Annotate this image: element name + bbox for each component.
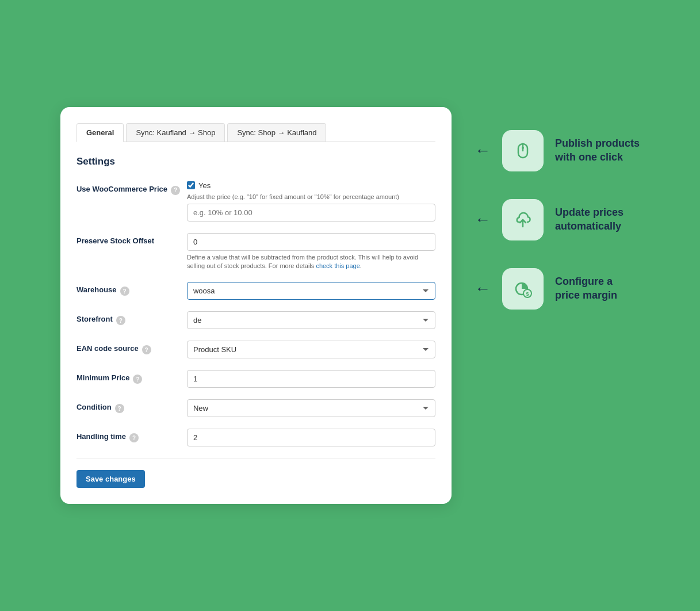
help-icon-warehouse[interactable]: ? xyxy=(120,287,129,296)
save-changes-button[interactable]: Save changes xyxy=(76,470,145,488)
label-handling-time: Handling time ? xyxy=(76,429,180,442)
feature-publish: ← Publish productswith one click xyxy=(475,130,640,171)
field-handling-time: Handling time ? xyxy=(76,429,435,446)
input-minimum-price[interactable] xyxy=(187,370,435,388)
help-icon-minimum-price[interactable]: ? xyxy=(133,375,142,384)
price-hint: Adjust the price (e.g. "10" for fixed am… xyxy=(187,193,435,200)
hint-preserve-stock-offset: Define a value that will be subtracted f… xyxy=(187,253,435,271)
label-warehouse: Warehouse ? xyxy=(76,282,180,296)
select-condition[interactable]: New xyxy=(187,399,435,417)
help-icon-handling-time[interactable]: ? xyxy=(129,433,139,442)
field-preserve-stock-offset: Preserve Stock Offset Define a value tha… xyxy=(76,233,435,271)
label-ean-code-source: EAN code source ? xyxy=(76,341,180,354)
control-condition: New xyxy=(187,399,435,417)
control-minimum-price xyxy=(187,370,435,388)
help-icon-storefront[interactable]: ? xyxy=(116,316,125,325)
feature-icon-box-price-margin: $ xyxy=(502,268,544,310)
tab-general[interactable]: General xyxy=(76,123,124,142)
select-storefront[interactable]: de xyxy=(187,311,435,329)
select-ean-code-source[interactable]: Product SKU xyxy=(187,341,435,358)
control-ean-code-source: Product SKU xyxy=(187,341,435,358)
select-warehouse[interactable]: woosa xyxy=(187,282,435,300)
arrow-left-price-margin: ← xyxy=(475,280,491,298)
help-icon-condition[interactable]: ? xyxy=(115,404,124,413)
checkbox-row-yes: Yes xyxy=(187,181,435,190)
mouse-icon xyxy=(512,140,533,161)
feature-text-update-prices: Update pricesautomatically xyxy=(555,206,624,233)
feature-price-margin: ← $ Configure aprice margin xyxy=(475,268,640,310)
input-price-adjustment[interactable] xyxy=(187,204,435,222)
tab-kaufland-to-shop[interactable]: Sync: Kaufland → Shop xyxy=(126,123,225,142)
label-minimum-price: Minimum Price ? xyxy=(76,370,180,384)
label-preserve-stock-offset: Preserve Stock Offset xyxy=(76,233,180,245)
svg-point-2 xyxy=(522,147,524,149)
label-storefront: Storefront ? xyxy=(76,311,180,325)
control-preserve-stock-offset: Define a value that will be subtracted f… xyxy=(187,233,435,271)
tab-shop-to-kaufland[interactable]: Sync: Shop → Kaufland xyxy=(227,123,326,142)
link-check-this-page[interactable]: check this page xyxy=(316,262,359,269)
upload-cloud-icon xyxy=(512,209,533,230)
feature-icon-box-publish xyxy=(502,130,544,171)
arrow-left-publish: ← xyxy=(475,142,491,160)
label-condition: Condition ? xyxy=(76,399,180,413)
field-storefront: Storefront ? de xyxy=(76,311,435,329)
feature-icon-box-update-prices xyxy=(502,199,544,240)
control-storefront: de xyxy=(187,311,435,329)
svg-text:$: $ xyxy=(526,291,529,297)
checkbox-yes[interactable] xyxy=(187,181,195,189)
input-preserve-stock-offset[interactable] xyxy=(187,233,435,251)
divider xyxy=(76,458,435,459)
help-icon-woocommerce[interactable]: ? xyxy=(171,186,180,195)
price-margin-icon: $ xyxy=(512,278,533,299)
help-icon-ean[interactable]: ? xyxy=(142,345,151,354)
arrow-left-update-prices: ← xyxy=(475,211,491,229)
checkbox-label-yes: Yes xyxy=(198,181,211,190)
settings-title: Settings xyxy=(76,156,435,167)
control-warehouse: woosa xyxy=(187,282,435,300)
feature-text-publish: Publish productswith one click xyxy=(555,137,640,164)
control-use-woocommerce-price: Yes Adjust the price (e.g. "10" for fixe… xyxy=(187,181,435,222)
field-minimum-price: Minimum Price ? xyxy=(76,370,435,388)
field-condition: Condition ? New xyxy=(76,399,435,417)
feature-text-price-margin: Configure aprice margin xyxy=(555,275,617,302)
field-warehouse: Warehouse ? woosa xyxy=(76,282,435,300)
features-panel: ← Publish productswith one click ← U xyxy=(475,107,640,310)
input-handling-time[interactable] xyxy=(187,429,435,446)
field-use-woocommerce-price: Use WooCommerce Price ? Yes Adjust the p… xyxy=(76,181,435,222)
label-use-woocommerce-price: Use WooCommerce Price ? xyxy=(76,181,180,195)
tabs-container: General Sync: Kaufland → Shop Sync: Shop… xyxy=(76,123,435,142)
feature-update-prices: ← Update pricesautomatically xyxy=(475,199,640,240)
control-handling-time xyxy=(187,429,435,446)
field-ean-code-source: EAN code source ? Product SKU xyxy=(76,341,435,358)
settings-card: General Sync: Kaufland → Shop Sync: Shop… xyxy=(60,107,452,505)
